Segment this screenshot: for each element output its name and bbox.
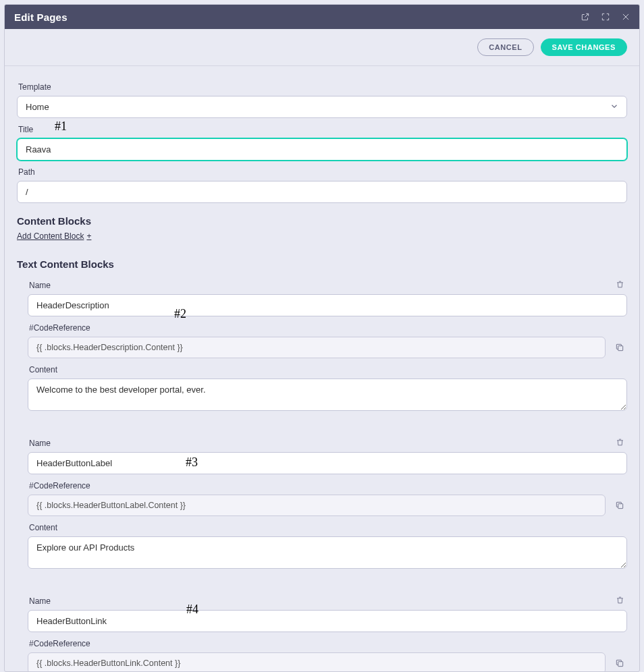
text-content-block: Name #CodeReference {{ .blocks.HeaderBut… — [17, 590, 627, 671]
add-content-block-label: Add Content Block — [17, 231, 84, 241]
svg-rect-0 — [618, 346, 623, 351]
copy-icon[interactable] — [612, 340, 627, 355]
action-bar: CANCEL SAVE CHANGES — [5, 29, 639, 66]
name-label: Name — [29, 596, 51, 606]
dialog-title: Edit Pages — [14, 11, 580, 23]
template-label: Template — [18, 82, 627, 92]
block-name-input[interactable] — [28, 452, 627, 474]
svg-rect-2 — [618, 662, 623, 667]
title-label: Title — [18, 125, 627, 134]
content-blocks-heading: Content Blocks — [17, 215, 627, 227]
maximize-icon[interactable] — [600, 11, 611, 22]
plus-icon: + — [86, 231, 91, 241]
copy-icon[interactable] — [612, 656, 627, 671]
svg-rect-1 — [618, 504, 623, 509]
open-external-icon[interactable] — [580, 11, 591, 22]
code-reference-value: {{ .blocks.HeaderDescription.Content }} — [28, 337, 606, 358]
block-content-textarea[interactable] — [28, 536, 627, 569]
text-content-blocks-heading: Text Content Blocks — [17, 258, 627, 270]
delete-block-icon[interactable] — [613, 593, 627, 607]
template-select[interactable]: Home — [17, 96, 627, 118]
dialog-titlebar: Edit Pages — [5, 5, 639, 29]
text-content-block: Name #CodeReference {{ .blocks.HeaderBut… — [17, 432, 627, 586]
code-reference-value: {{ .blocks.HeaderButtonLink.Content }} — [28, 652, 606, 671]
save-changes-button[interactable]: SAVE CHANGES — [541, 38, 627, 56]
code-reference-label: #CodeReference — [29, 481, 627, 491]
block-name-input[interactable] — [28, 294, 627, 316]
close-icon[interactable] — [620, 11, 631, 22]
name-label: Name — [29, 281, 51, 290]
form-scroll-area[interactable]: Template Home Title Path Content Blocks … — [5, 66, 639, 671]
block-name-input[interactable] — [28, 610, 627, 632]
path-input[interactable] — [17, 181, 627, 203]
cancel-button[interactable]: CANCEL — [477, 38, 533, 56]
delete-block-icon[interactable] — [613, 277, 627, 291]
copy-icon[interactable] — [612, 498, 627, 513]
text-content-block: Name #CodeReference {{ .blocks.HeaderDes… — [17, 274, 627, 428]
title-input[interactable] — [17, 138, 627, 161]
code-reference-value: {{ .blocks.HeaderButtonLabel.Content }} — [28, 495, 606, 516]
code-reference-label: #CodeReference — [29, 639, 627, 648]
content-label: Content — [29, 523, 627, 532]
edit-pages-dialog: Edit Pages CANCEL SAVE CHANGES Template … — [4, 4, 640, 672]
block-content-textarea[interactable] — [28, 379, 627, 411]
add-content-block-link[interactable]: Add Content Block + — [17, 231, 91, 241]
content-label: Content — [29, 365, 627, 374]
path-label: Path — [18, 167, 627, 177]
delete-block-icon[interactable] — [613, 435, 627, 449]
name-label: Name — [29, 439, 51, 448]
code-reference-label: #CodeReference — [29, 323, 627, 333]
